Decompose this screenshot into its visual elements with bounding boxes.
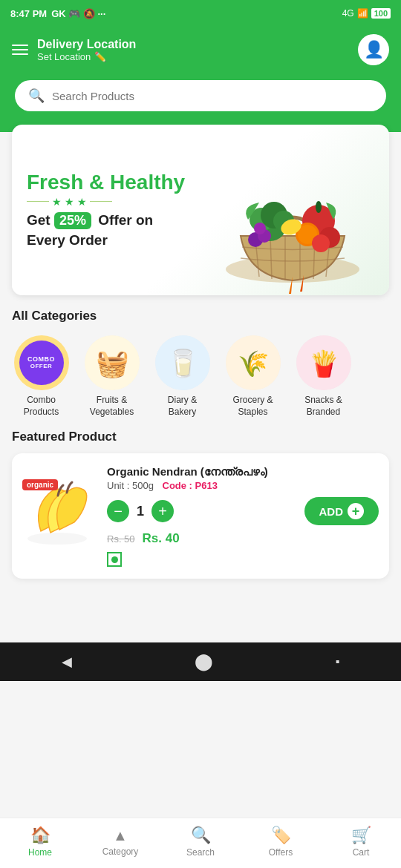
organic-tag: organic — [22, 479, 58, 490]
snacks-circle: 🍟 — [296, 335, 351, 390]
divider-line — [27, 201, 49, 202]
category-item-snacks[interactable]: 🍟 Snacks &Branded — [288, 331, 359, 422]
network-icon: 4G — [342, 8, 354, 19]
signal-icon: 📶 — [357, 8, 368, 19]
dairy-svg: 🥛 — [155, 335, 210, 390]
price-old: Rs. 50 — [107, 533, 135, 545]
add-to-cart-button[interactable]: ADD + — [304, 497, 379, 525]
product-info: Organic Nendran (നേന്ത്രപഴം) Unit : 500g… — [107, 465, 379, 567]
svg-text:🥛: 🥛 — [166, 347, 199, 379]
cart-label: Cart — [353, 847, 370, 858]
hamburger-menu[interactable] — [12, 45, 28, 55]
nav-cart[interactable]: 🛒 Cart — [339, 826, 383, 858]
category-item-grocery[interactable]: 🌾 Grocery &Staples — [218, 331, 288, 422]
qty-decrease-button[interactable]: − — [107, 500, 129, 522]
avatar[interactable]: 👤 — [358, 34, 389, 65]
divider-line2 — [90, 201, 112, 202]
android-home-btn[interactable]: ⬤ — [195, 652, 213, 671]
grocery-circle: 🌾 — [226, 335, 281, 390]
category-item-dairy[interactable]: 🥛 Diary &Bakery — [147, 331, 218, 422]
price-new: Rs. 40 — [143, 531, 180, 546]
status-bar: 8:47 PM GK 🎮 🔕 ··· 4G 📶 100 — [0, 0, 401, 27]
banner-text: Fresh & Healthy ★ ★ ★ Get 25% Offer on E… — [12, 154, 389, 266]
header-left: Delivery Location Set Location ✏️ — [12, 38, 136, 62]
android-nav-bar: ◀ ⬤ ▪ — [0, 642, 401, 681]
search-bar[interactable]: 🔍 — [15, 80, 386, 111]
svg-text:🍟: 🍟 — [308, 349, 340, 379]
category-item-fruits[interactable]: 🧺 Fruits &Vegetables — [76, 331, 147, 422]
nav-home[interactable]: 🏠 Home — [18, 826, 62, 858]
price-row: Rs. 50 Rs. 40 — [107, 531, 379, 546]
svg-point-29 — [27, 533, 87, 545]
svg-text:🌾: 🌾 — [238, 349, 270, 379]
category-item-combo[interactable]: COMBO OFFER ComboProducts — [6, 331, 76, 422]
categories-title: All Categories — [0, 295, 401, 331]
product-name: Organic Nendran (നേന്ത്രപഴം) — [107, 465, 379, 479]
status-right: 4G 📶 100 — [342, 8, 391, 19]
snacks-label: Snacks &Branded — [304, 395, 342, 418]
product-card: organic Organic Nendran (നേന്ത്രപഴം) Uni — [12, 453, 389, 579]
category-label: Category — [102, 846, 139, 857]
product-qty-row: − 1 + ADD + — [107, 497, 379, 525]
banner-headline: Fresh & Healthy — [27, 171, 374, 194]
categories-row: COMBO OFFER ComboProducts 🧺 Fruits &Vege… — [0, 331, 401, 430]
home-label: Home — [28, 847, 52, 858]
set-location-text: Set Location — [37, 51, 91, 62]
header: Delivery Location Set Location ✏️ 👤 — [0, 27, 401, 80]
android-back-btn[interactable]: ◀ — [62, 654, 72, 670]
banner-offer-line2: Every Order — [27, 232, 374, 249]
category-icon: ▲ — [113, 827, 128, 844]
search-nav-icon: 🔍 — [191, 826, 211, 845]
offers-label: Offers — [269, 847, 293, 858]
categories-section: All Categories COMBO OFFER ComboProducts… — [0, 295, 401, 430]
snacks-svg: 🍟 — [296, 335, 351, 390]
cart-icon: 🛒 — [351, 826, 371, 845]
dairy-circle: 🥛 — [155, 335, 210, 390]
qty-control: − 1 + — [107, 500, 174, 522]
product-unit: Unit : 500g Code : P613 — [107, 480, 379, 491]
svg-text:🧺: 🧺 — [95, 347, 128, 379]
time: 8:47 PM — [10, 8, 47, 19]
grocery-label: Grocery &Staples — [232, 395, 273, 418]
battery-icon: 100 — [371, 8, 391, 19]
search-label: Search — [186, 847, 215, 858]
nav-search[interactable]: 🔍 Search — [178, 826, 223, 858]
edit-icon[interactable]: ✏️ — [94, 51, 106, 62]
fruits-svg: 🧺 — [85, 335, 140, 390]
qty-value: 1 — [137, 504, 144, 519]
header-title: Delivery Location Set Location ✏️ — [37, 38, 136, 62]
product-code: Code : P613 — [163, 480, 218, 491]
veg-dot — [111, 556, 118, 563]
banner-offer: Get 25% Offer on — [27, 212, 374, 229]
featured-title: Featured Product — [12, 430, 389, 444]
user-icon: 👤 — [364, 40, 384, 59]
dairy-label: Diary &Bakery — [168, 395, 197, 418]
status-left: 8:47 PM GK 🎮 🔕 ··· — [10, 8, 105, 19]
fruits-label: Fruits &Vegetables — [90, 395, 134, 418]
offers-icon: 🏷️ — [271, 826, 291, 845]
location-row[interactable]: Set Location ✏️ — [37, 51, 136, 62]
fruits-circle: 🧺 — [85, 335, 140, 390]
status-icons: GK 🎮 🔕 ··· — [51, 8, 105, 19]
home-icon: 🏠 — [30, 826, 50, 845]
combo-label: ComboProducts — [24, 395, 59, 418]
product-image-area: organic — [22, 479, 97, 553]
grocery-svg: 🌾 — [226, 335, 281, 390]
add-plus-icon: + — [348, 503, 364, 519]
nav-offers[interactable]: 🏷️ Offers — [258, 826, 303, 858]
veg-badge — [107, 552, 122, 567]
combo-circle: COMBO OFFER — [14, 335, 69, 390]
featured-section: Featured Product organic Organic Nendran — [0, 430, 401, 591]
nav-category[interactable]: ▲ Category — [98, 827, 143, 857]
android-recent-btn[interactable]: ▪ — [336, 655, 340, 668]
bottom-nav: 🏠 Home ▲ Category 🔍 Search 🏷️ Offers 🛒 C… — [0, 818, 401, 868]
offer-badge: 25% — [54, 212, 91, 229]
promotional-banner: Fresh & Healthy ★ ★ ★ Get 25% Offer on E… — [12, 125, 389, 295]
delivery-location-title: Delivery Location — [37, 38, 136, 51]
qty-increase-button[interactable]: + — [151, 500, 174, 522]
banner-stars: ★ ★ ★ — [27, 196, 374, 208]
combo-badge: COMBO OFFER — [19, 341, 64, 385]
search-input[interactable] — [52, 90, 373, 102]
search-icon: 🔍 — [28, 88, 45, 104]
